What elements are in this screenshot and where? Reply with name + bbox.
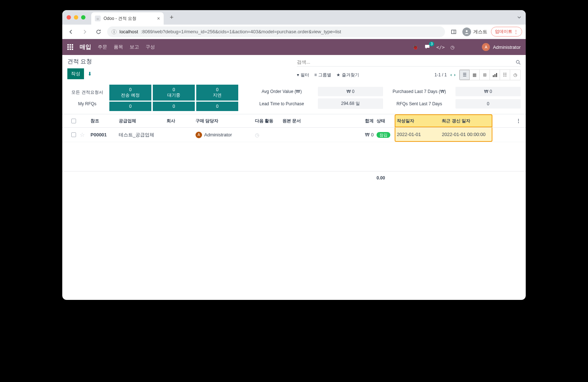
- update-button[interactable]: 업데이트 ⋮: [491, 27, 522, 37]
- row-star-icon[interactable]: ☆: [80, 132, 85, 138]
- leadtime-value: 294.68 일: [318, 98, 383, 109]
- rep-avatar-icon: A: [196, 132, 202, 138]
- svg-rect-0: [452, 30, 456, 34]
- chat-icon[interactable]: 3: [424, 44, 430, 50]
- chevron-down-icon[interactable]: [517, 15, 521, 20]
- filter-icon: ▾: [297, 72, 299, 77]
- chat-badge: 3: [429, 42, 434, 46]
- pager-text[interactable]: 1-1 / 1: [434, 72, 447, 77]
- breadcrumb: 견적 요청: [67, 58, 291, 65]
- favicon-icon: ⌾: [95, 16, 101, 21]
- guest-avatar-icon[interactable]: [462, 27, 471, 36]
- avg-order-label: Avg Order Value (₩): [249, 89, 314, 94]
- svg-point-2: [466, 30, 468, 32]
- apps-icon[interactable]: [67, 44, 73, 50]
- user-avatar-icon[interactable]: A: [482, 43, 490, 51]
- back-icon[interactable]: [66, 27, 76, 37]
- bug-icon[interactable]: 🐞: [412, 44, 418, 50]
- download-icon[interactable]: ⬇: [88, 71, 92, 77]
- group-icon: ≡: [314, 72, 317, 77]
- svg-rect-6: [494, 74, 495, 77]
- reload-icon[interactable]: [93, 27, 104, 37]
- tab-title: Odoo - 견적 요청: [104, 16, 136, 22]
- nav-reports[interactable]: 보고: [130, 44, 139, 50]
- stat-tile-send-my[interactable]: 0: [109, 102, 151, 111]
- group-button[interactable]: ≡그룹별: [314, 72, 331, 78]
- create-button[interactable]: 작성: [67, 68, 84, 79]
- svg-rect-7: [496, 73, 497, 77]
- row-state-badge: 잠김: [377, 132, 390, 138]
- purchased-value: ₩ 0: [455, 87, 521, 96]
- stat-tile-late[interactable]: 0지연: [196, 85, 238, 101]
- leadtime-label: Lead Time to Purchase: [249, 101, 314, 106]
- tab-close-icon[interactable]: ×: [157, 16, 160, 21]
- kebab-icon: ⋮: [514, 29, 518, 34]
- filter-button[interactable]: ▾필터: [297, 72, 309, 78]
- col-activity[interactable]: 다음 활동: [255, 118, 282, 124]
- col-company[interactable]: 회사: [167, 118, 196, 124]
- browser-tab[interactable]: ⌾ Odoo - 견적 요청 ×: [91, 12, 164, 25]
- favorite-button[interactable]: ★즐겨찾기: [336, 72, 359, 78]
- row-write-date: 2022-01-01 00:00:00: [442, 132, 490, 137]
- view-graph-icon[interactable]: [490, 70, 500, 80]
- clock-icon[interactable]: ◷: [450, 44, 454, 50]
- star-icon: ★: [336, 72, 340, 77]
- row-create-date: 2022-01-01: [397, 132, 442, 137]
- col-vendor[interactable]: 공급업체: [119, 118, 167, 124]
- nav-orders[interactable]: 주문: [98, 44, 107, 50]
- select-all-checkbox[interactable]: [71, 119, 76, 123]
- user-name[interactable]: Administrator: [493, 44, 521, 50]
- footer-total: 0.00: [377, 175, 385, 181]
- svg-line-4: [519, 63, 520, 64]
- activity-clock-icon[interactable]: ◷: [255, 132, 259, 138]
- nav-config[interactable]: 구성: [146, 44, 155, 50]
- col-write-date[interactable]: 최근 갱신 일자: [442, 118, 490, 124]
- url-path: :8069/web?debug=1#menu_id=256&cids=1&act…: [141, 29, 341, 34]
- sent-value: 0: [455, 99, 521, 109]
- view-kanban-icon[interactable]: ▦: [470, 70, 480, 80]
- stat-tile-late-my[interactable]: 0: [196, 102, 238, 111]
- view-list-icon[interactable]: ☰: [459, 70, 470, 80]
- view-activity-icon[interactable]: ◷: [510, 70, 520, 80]
- close-window-icon[interactable]: [67, 15, 71, 20]
- side-panel-icon[interactable]: [449, 27, 459, 37]
- search-input[interactable]: [297, 59, 516, 65]
- row-rep: AAdministrator: [196, 132, 255, 138]
- nav-products[interactable]: 품목: [114, 44, 123, 50]
- stat-tile-send[interactable]: 0전송 예정: [109, 85, 151, 101]
- sent-label: RFQs Sent Last 7 Days: [387, 101, 452, 106]
- pager-next-icon[interactable]: ›: [454, 72, 455, 77]
- svg-point-3: [516, 60, 519, 63]
- col-total[interactable]: 합계: [340, 118, 377, 124]
- search-icon[interactable]: [516, 60, 521, 65]
- view-calendar-icon[interactable]: ☷: [500, 70, 510, 80]
- row-ref: P00001: [91, 132, 119, 137]
- address-bar[interactable]: i localhost:8069/web?debug=1#menu_id=256…: [107, 26, 445, 37]
- col-options-icon[interactable]: ⋮: [492, 118, 521, 123]
- forward-icon: [80, 27, 90, 37]
- app-title[interactable]: 매입: [80, 43, 91, 51]
- purchased-label: Purchased Last 7 Days (₩): [387, 89, 452, 94]
- stat-tile-wait[interactable]: 0대기중: [153, 85, 195, 101]
- avg-order-value: ₩ 0: [318, 87, 383, 96]
- row-total: ₩ 0: [340, 132, 377, 137]
- svg-rect-5: [493, 75, 494, 77]
- new-tab-button[interactable]: +: [167, 12, 177, 22]
- minimize-window-icon[interactable]: [74, 15, 78, 20]
- guest-label: 게스트: [473, 29, 487, 35]
- col-ref[interactable]: 참조: [91, 118, 119, 124]
- my-rfq-label: My RFQs: [67, 101, 107, 106]
- col-create-date[interactable]: 작성일자: [397, 118, 442, 124]
- info-icon[interactable]: i: [112, 29, 117, 34]
- col-state[interactable]: 상태: [377, 118, 395, 124]
- view-pivot-icon[interactable]: ⊞: [480, 70, 490, 80]
- dev-icon[interactable]: </>: [436, 44, 445, 50]
- all-rfq-label: 모든 견적요청서: [67, 89, 107, 96]
- col-source[interactable]: 원본 문서: [282, 118, 340, 124]
- col-rep[interactable]: 구매 담당자: [196, 118, 255, 124]
- maximize-window-icon[interactable]: [81, 15, 85, 20]
- stat-tile-wait-my[interactable]: 0: [153, 102, 195, 111]
- table-row[interactable]: ☆ P00001 테스트_공급업체 AAdministrator ◷ ₩ 0 잠…: [62, 128, 526, 142]
- pager-prev-icon[interactable]: ‹: [450, 72, 452, 77]
- row-checkbox[interactable]: [71, 132, 76, 137]
